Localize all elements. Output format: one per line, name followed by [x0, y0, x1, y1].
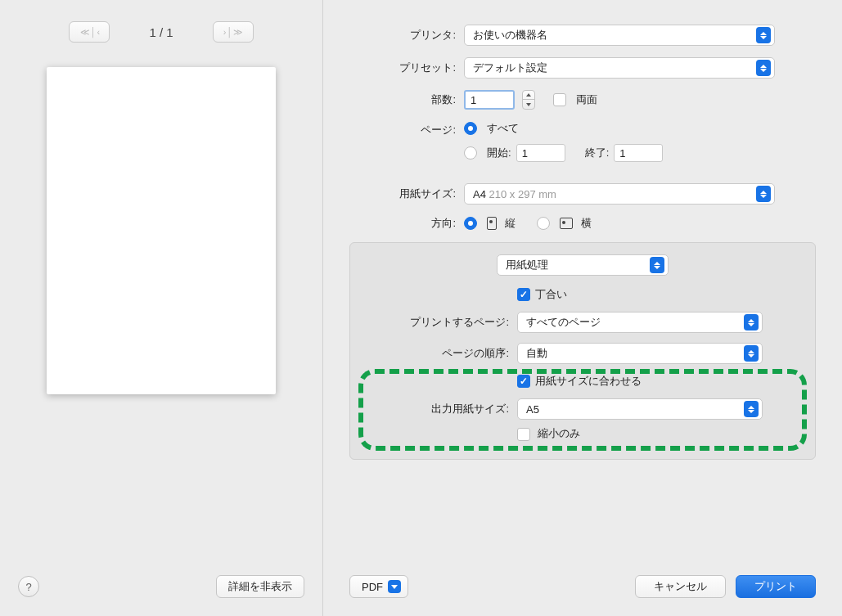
dropdown-arrow-icon: [744, 401, 759, 417]
preset-select[interactable]: デフォルト設定: [464, 57, 775, 79]
page-order-select[interactable]: 自動: [517, 343, 763, 364]
paper-size-value: A4 210 x 297 mm: [473, 188, 556, 200]
dialog-footer: PDF キャンセル プリント: [349, 575, 816, 598]
shrink-only-row: 縮小のみ: [517, 426, 800, 441]
hide-details-button[interactable]: 詳細を非表示: [216, 575, 304, 598]
preset-label: プリセット:: [349, 61, 456, 75]
shrink-only-label: 縮小のみ: [538, 427, 580, 439]
pages-from-input[interactable]: [516, 144, 565, 162]
dropdown-arrow-icon: [756, 60, 771, 76]
orientation-landscape-radio[interactable]: [537, 217, 550, 230]
shrink-only-checkbox[interactable]: [517, 428, 530, 441]
printer-label: プリンタ:: [349, 28, 456, 43]
pages-to-label: 終了:: [585, 146, 610, 160]
printer-select[interactable]: お使いの機器名: [464, 25, 775, 46]
panel-menu-value: 用紙処理: [506, 258, 548, 272]
help-button[interactable]: ?: [18, 576, 39, 597]
destination-paper-size-select[interactable]: A5: [517, 398, 763, 420]
pdf-menu-button[interactable]: PDF: [349, 575, 408, 598]
page-navigation: ≪ │ ‹ 1 / 1 › │ ≫: [16, 21, 306, 43]
pages-to-print-value: すべてのページ: [526, 315, 601, 330]
landscape-icon: [560, 218, 573, 229]
page-preview: [47, 67, 276, 394]
dropdown-arrow-icon: [756, 27, 771, 43]
paper-handling-panel: 用紙処理 丁合い プリントするページ: すべてのページ ページの順序: 自動: [349, 242, 816, 460]
pages-to-print-select[interactable]: すべてのページ: [517, 312, 763, 333]
print-button[interactable]: プリント: [736, 575, 816, 598]
portrait-icon: [487, 217, 497, 230]
copies-label: 部数:: [349, 92, 456, 107]
pages-range-radio[interactable]: [464, 146, 477, 160]
orientation-portrait-label: 縦: [505, 216, 516, 231]
dropdown-arrow-icon: [744, 314, 759, 330]
settings-pane: プリンタ: お使いの機器名 プリセット: デフォルト設定 部数: 両面: [323, 0, 842, 616]
preview-pane: ≪ │ ‹ 1 / 1 › │ ≫ ? 詳細を非表示: [0, 0, 323, 616]
dropdown-arrow-icon: [744, 345, 759, 362]
scale-to-fit-checkbox[interactable]: [517, 375, 530, 388]
pages-from-label: 開始:: [487, 146, 511, 160]
orientation-label: 方向:: [349, 216, 456, 231]
pages-to-print-label: プリントするページ:: [365, 315, 509, 330]
dropdown-arrow-icon: [388, 580, 401, 593]
page-order-value: 自動: [526, 346, 547, 361]
pdf-label: PDF: [362, 581, 383, 593]
paper-size-label: 用紙サイズ:: [349, 187, 456, 201]
pages-all-label: すべて: [487, 121, 519, 136]
dropdown-arrow-icon: [650, 257, 664, 273]
pages-label: ページ:: [349, 121, 456, 137]
orientation-landscape-label: 横: [581, 216, 592, 231]
copies-stepper[interactable]: [522, 90, 535, 110]
destination-paper-size-value: A5: [526, 403, 539, 416]
duplex-label: 両面: [576, 92, 597, 107]
page-indicator: 1 / 1: [149, 25, 173, 39]
pages-to-input[interactable]: [614, 144, 663, 162]
collate-label: 丁合い: [535, 287, 567, 302]
panel-menu-select[interactable]: 用紙処理: [497, 254, 669, 276]
paper-size-select[interactable]: A4 210 x 297 mm: [464, 183, 775, 205]
prev-page-button[interactable]: ≪ │ ‹: [69, 21, 110, 43]
cancel-button[interactable]: キャンセル: [635, 575, 726, 598]
copies-input[interactable]: [464, 90, 515, 110]
printer-value: お使いの機器名: [473, 28, 547, 43]
dropdown-arrow-icon: [756, 186, 771, 202]
destination-paper-size-label: 出力用紙サイズ:: [365, 402, 509, 416]
scale-to-fit-label: 用紙サイズに合わせる: [535, 374, 642, 389]
collate-checkbox[interactable]: [517, 288, 530, 301]
next-page-button[interactable]: › │ ≫: [213, 21, 254, 43]
duplex-checkbox[interactable]: [553, 93, 566, 106]
orientation-portrait-radio[interactable]: [464, 217, 477, 230]
pages-all-radio[interactable]: [464, 122, 477, 135]
page-order-label: ページの順序:: [365, 346, 509, 361]
print-dialog: ≪ │ ‹ 1 / 1 › │ ≫ ? 詳細を非表示 プリンタ: お使いの機器名…: [0, 0, 842, 616]
preset-value: デフォルト設定: [473, 61, 547, 75]
